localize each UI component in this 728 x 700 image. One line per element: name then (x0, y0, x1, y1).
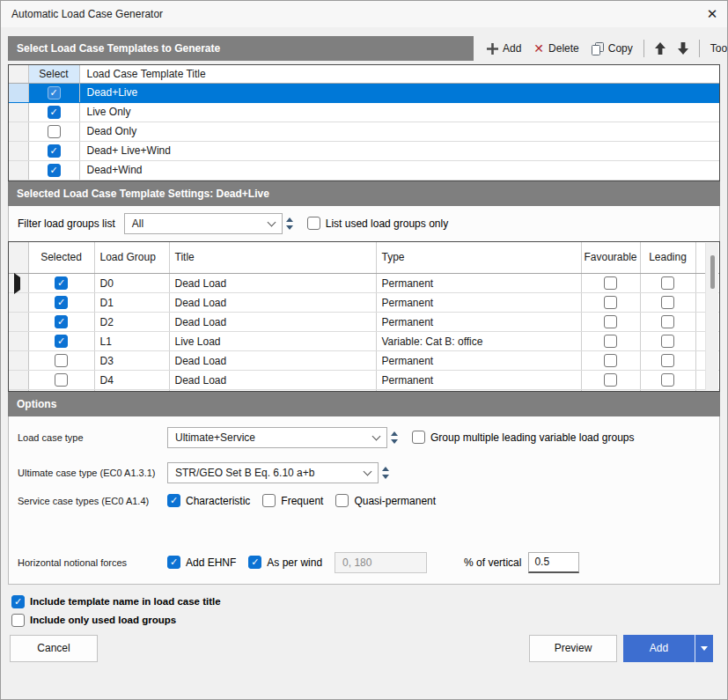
template-select-cell (28, 141, 79, 160)
spinner-up-icon[interactable] (382, 467, 389, 471)
ultimate-case-type-select[interactable]: STR/GEO Set B Eq. 6.10 a+b (167, 462, 379, 483)
leading-checkbox[interactable] (661, 315, 674, 328)
column-header-favourable[interactable]: Favourable (581, 242, 640, 274)
load-group-selected-checkbox[interactable] (55, 296, 68, 309)
column-header-selected[interactable]: Selected (28, 242, 94, 274)
filter-load-groups-select[interactable]: All (124, 213, 283, 234)
include-only-used-label: Include only used load groups (30, 615, 176, 625)
row-selector-cell[interactable] (9, 371, 28, 390)
table-row[interactable]: D0Dead LoadPermanent (9, 274, 719, 293)
leading-checkbox[interactable] (661, 335, 674, 348)
row-selector-cell[interactable] (9, 122, 28, 141)
favourable-checkbox[interactable] (604, 276, 617, 290)
spinner-down-icon[interactable] (286, 225, 293, 230)
spinner-up-icon[interactable] (286, 217, 293, 222)
load-case-type-label: Load case type (18, 432, 167, 443)
favourable-checkbox[interactable] (604, 296, 617, 309)
include-template-name-checkbox[interactable] (11, 595, 25, 608)
load-case-type-select[interactable]: Ultimate+Service (167, 427, 387, 448)
leading-checkbox[interactable] (661, 354, 674, 367)
column-header-title[interactable]: Title (169, 242, 376, 274)
close-icon[interactable]: ✕ (697, 1, 727, 27)
spinner-down-icon[interactable] (382, 475, 389, 479)
include-template-name-group: Include template name in load case title (11, 595, 727, 608)
row-header-corner (9, 242, 28, 274)
table-row[interactable]: Dead+ Live+Wind (9, 141, 719, 160)
percent-of-vertical-input[interactable] (528, 552, 579, 573)
selected-cell (28, 274, 94, 293)
column-header-load-group[interactable]: Load Group (94, 242, 169, 274)
table-row[interactable]: D2Dead LoadPermanent (9, 313, 719, 332)
chevron-down-icon (701, 646, 708, 651)
cancel-button[interactable]: Cancel (10, 635, 98, 662)
row-selector-cell[interactable] (9, 83, 28, 102)
add-dropdown-button[interactable] (695, 635, 713, 662)
favourable-checkbox[interactable] (604, 373, 617, 387)
move-up-button[interactable] (650, 38, 671, 59)
quasi-permanent-checkbox[interactable] (335, 494, 349, 507)
table-row[interactable]: L1Live LoadVariable: Cat B: office (9, 332, 719, 351)
row-selector-cell[interactable] (9, 351, 28, 371)
characteristic-checkbox[interactable] (167, 494, 180, 507)
table-row[interactable]: Dead Only (9, 122, 719, 141)
delete-template-button[interactable]: ✕ Delete (528, 38, 584, 59)
favourable-checkbox[interactable] (604, 315, 617, 328)
move-down-button[interactable] (673, 38, 694, 59)
leading-cell (640, 274, 695, 293)
frequent-checkbox[interactable] (262, 494, 276, 507)
list-used-load-groups-group: List used load groups only (307, 217, 448, 230)
leading-checkbox[interactable] (661, 373, 674, 387)
table-row[interactable]: Dead+Wind (9, 160, 719, 180)
table-row[interactable]: D3Dead LoadPermanent (9, 351, 719, 371)
row-selector-cell[interactable] (9, 160, 28, 180)
table-row[interactable]: Dead+Live (9, 83, 719, 102)
copy-template-button[interactable]: Copy (586, 38, 638, 59)
column-header-select[interactable]: Select (28, 65, 79, 83)
ultimate-case-type-spinner (382, 467, 389, 479)
load-group-selected-checkbox[interactable] (55, 315, 68, 328)
column-header-type[interactable]: Type (376, 242, 581, 274)
favourable-checkbox[interactable] (604, 335, 617, 348)
table-row[interactable]: D1Dead LoadPermanent (9, 293, 719, 313)
as-per-wind-checkbox[interactable] (248, 556, 261, 569)
tools-menu-button[interactable]: Tools (705, 38, 728, 59)
scrollbar-thumb[interactable] (710, 255, 715, 289)
favourable-checkbox[interactable] (604, 354, 617, 367)
list-used-load-groups-checkbox[interactable] (307, 217, 320, 230)
template-select-checkbox[interactable] (48, 125, 61, 138)
row-selector-cell[interactable] (9, 313, 28, 332)
spinner-up-icon[interactable] (391, 431, 398, 436)
filter-spinner (286, 217, 293, 230)
row-selector-cell[interactable] (9, 293, 28, 313)
add-template-button[interactable]: Add (482, 38, 526, 59)
spinner-down-icon[interactable] (391, 439, 398, 444)
template-select-checkbox[interactable] (48, 86, 61, 99)
vertical-scrollbar[interactable] (705, 243, 718, 390)
column-header-leading[interactable]: Leading (640, 242, 695, 274)
template-select-checkbox[interactable] (48, 144, 61, 158)
options-section-header: Options (8, 392, 720, 416)
row-selector-cell[interactable] (9, 141, 28, 160)
dialog-automatic-load-case-generator: Automatic Load Case Generator ✕ Select L… (0, 0, 728, 700)
column-header-template-title[interactable]: Load Case Template Title (79, 65, 719, 83)
titlebar: Automatic Load Case Generator ✕ (1, 1, 727, 27)
load-group-selected-checkbox[interactable] (55, 276, 68, 290)
load-group-selected-checkbox[interactable] (55, 373, 68, 387)
row-selector-cell[interactable] (9, 102, 28, 122)
leading-checkbox[interactable] (661, 296, 674, 309)
row-selector-cell[interactable] (9, 332, 28, 351)
table-row[interactable]: D4Dead LoadPermanent (9, 371, 719, 390)
table-row[interactable]: Live Only (9, 102, 719, 122)
group-multiple-checkbox[interactable] (412, 431, 425, 444)
load-group-selected-checkbox[interactable] (55, 335, 68, 348)
leading-checkbox[interactable] (661, 276, 674, 290)
template-select-checkbox[interactable] (48, 106, 61, 119)
preview-button[interactable]: Preview (529, 635, 617, 662)
include-only-used-checkbox[interactable] (11, 614, 25, 627)
add-ehnf-checkbox[interactable] (167, 556, 180, 569)
row-selector-cell[interactable] (9, 274, 28, 293)
add-button[interactable]: Add (623, 635, 695, 662)
templates-section-header: Select Load Case Templates to Generate (8, 36, 474, 61)
load-group-selected-checkbox[interactable] (55, 354, 68, 367)
template-select-checkbox[interactable] (48, 164, 61, 177)
